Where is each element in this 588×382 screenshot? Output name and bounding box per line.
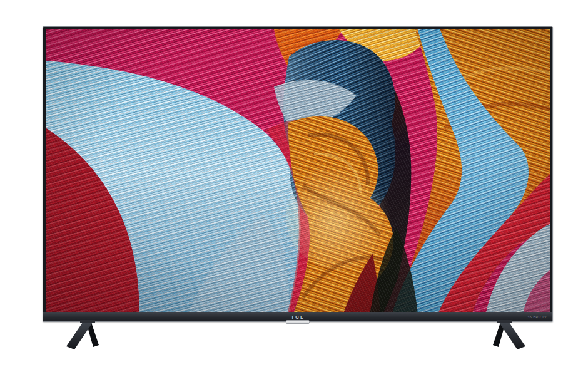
indicator-bar xyxy=(286,320,310,324)
tv-stand-left xyxy=(65,320,100,350)
tv: TCL 4K HDR TV xyxy=(43,26,553,322)
tv-screen xyxy=(46,29,550,312)
product-photo: TCL 4K HDR TV xyxy=(0,0,588,382)
wallpaper-art xyxy=(46,29,550,312)
bezel-badge: 4K HDR TV xyxy=(527,315,547,319)
tcl-logo: TCL xyxy=(291,314,305,320)
tv-stand-right xyxy=(492,320,527,350)
wallpaper-bands xyxy=(46,29,550,312)
